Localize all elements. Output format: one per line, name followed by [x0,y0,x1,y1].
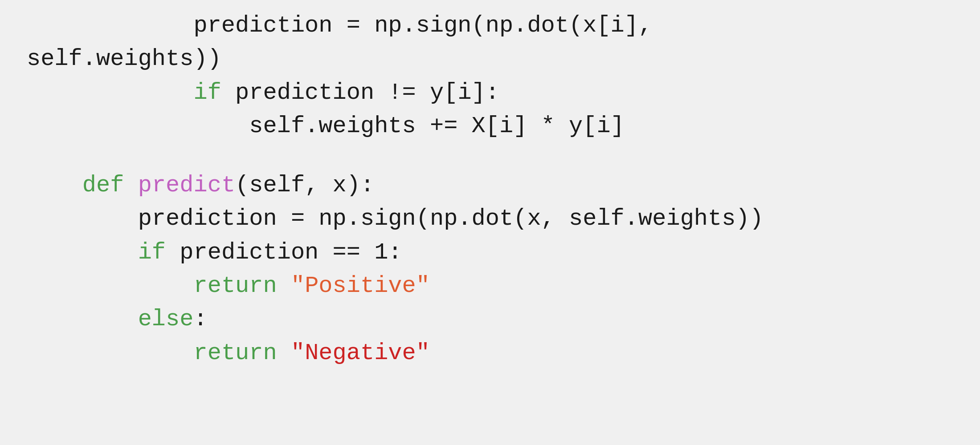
code-token [277,273,291,299]
code-token [27,172,82,198]
code-token: (self, x): [235,172,374,198]
code-token: def [82,172,124,198]
code-token: : [193,306,207,332]
code-line: if prediction == 1: [27,236,953,269]
code-line [27,143,953,169]
code-token [27,80,193,106]
code-line: prediction = np.sign(np.dot(x[i], [27,9,953,42]
code-token: "Negative" [291,340,430,366]
code-token: else [138,306,194,332]
code-line: self.weights)) [27,42,953,76]
code-token [27,306,138,332]
code-token: if [138,239,166,266]
code-token: prediction = np.sign(np.dot(x[i], [27,12,652,39]
code-line: return "Positive" [27,269,953,303]
code-token [277,340,291,366]
code-token [27,239,138,266]
code-token: self.weights += X[i] * y[i] [27,113,625,139]
code-token: if [193,80,221,106]
code-line: if prediction != y[i]: [27,76,953,109]
code-line: prediction = np.sign(np.dot(x, self.weig… [27,202,953,235]
code-token [124,172,138,198]
code-token [27,273,193,299]
code-token [27,340,193,366]
code-token: prediction != y[i]: [221,80,499,106]
code-token: return [193,340,277,366]
code-token: return [193,273,277,299]
code-line: self.weights += X[i] * y[i] [27,109,953,143]
code-line: return "Negative" [27,336,953,370]
code-token: prediction == 1: [166,239,402,266]
code-token: self.weights)) [27,46,221,72]
code-token: prediction = np.sign(np.dot(x, self.weig… [27,206,764,232]
code-token: "Positive" [291,273,430,299]
code-container: prediction = np.sign(np.dot(x[i],self.we… [0,0,980,445]
code-block: prediction = np.sign(np.dot(x[i],self.we… [27,9,953,370]
code-token: predict [138,172,235,198]
code-line: def predict(self, x): [27,169,953,202]
code-line: else: [27,303,953,336]
